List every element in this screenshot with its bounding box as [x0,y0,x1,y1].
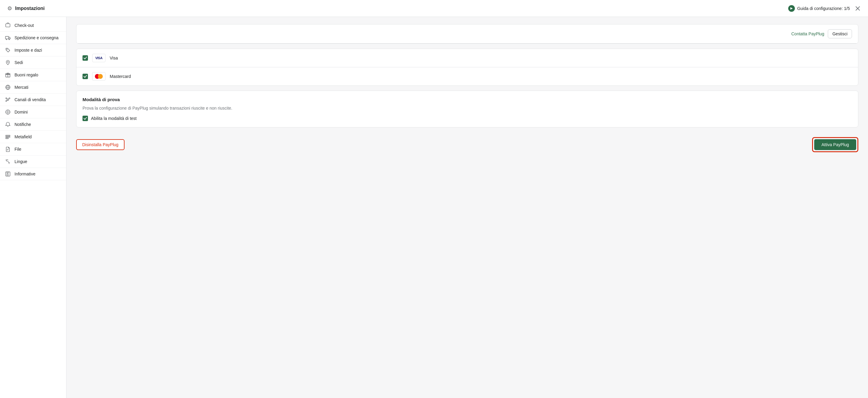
svg-rect-24 [6,135,10,136]
guide-badge[interactable]: Guida di configurazione: 1/5 [788,5,850,12]
uninstall-payplug-button[interactable]: Disinstalla PayPlug [76,139,125,150]
sidebar-item-label: Imposte e dazi [14,48,42,53]
svg-rect-3 [6,24,10,27]
globe-icon [5,84,11,90]
sidebar-item-notifiche[interactable]: Notifiche [0,119,66,131]
shopping-cart-icon [5,22,11,28]
close-button[interactable] [855,5,861,11]
sidebar-item-label: File [14,147,22,152]
action-row: Disinstalla PayPlug Attiva PayPlug [76,132,858,157]
svg-point-8 [7,61,8,63]
truck-icon [5,35,11,41]
mastercard-payment-row: Mastercard [76,67,858,86]
mc-right-circle [98,74,103,79]
test-mode-checkbox[interactable] [83,115,88,121]
activate-payplug-button[interactable]: Attiva PayPlug [814,139,856,150]
file-icon [5,146,11,152]
location-icon [5,60,11,66]
app-header: ⚙ Impostazioni Guida di configurazione: … [0,0,868,17]
svg-line-19 [8,98,9,99]
guide-icon [788,5,795,12]
page-title: Impostazioni [15,6,45,11]
svg-line-18 [7,98,7,99]
language-icon [5,159,11,165]
svg-point-15 [6,98,7,99]
svg-point-5 [6,39,7,40]
sidebar-item-label: Lingue [14,159,27,164]
visa-label: Visa [110,56,118,60]
gift-icon [5,72,11,78]
sidebar-item-label: Canali di vendita [14,97,46,102]
svg-point-7 [7,49,7,50]
sidebar-item-buoni[interactable]: Buoni regalo [0,69,66,81]
sidebar-item-label: Spedizione e consegna [14,35,59,40]
mastercard-checkbox[interactable] [83,74,88,79]
sidebar-item-label: Sedi [14,60,23,65]
sidebar-item-label: Informative [14,171,35,176]
sidebar-item-spedizione[interactable]: Spedizione e consegna [0,32,66,44]
svg-rect-4 [5,37,9,39]
domain-icon [5,109,11,115]
sidebar-item-file[interactable]: File [0,143,66,156]
sidebar-item-label: Buoni regalo [14,72,38,77]
sidebar-item-label: Metafield [14,134,32,139]
sidebar-item-imposte[interactable]: Imposte e dazi [0,44,66,57]
svg-marker-0 [790,7,793,10]
sidebar-item-label: Notifiche [14,122,31,127]
svg-rect-26 [6,138,8,139]
tag-icon [5,47,11,53]
svg-line-20 [7,100,7,101]
svg-rect-25 [6,136,10,137]
test-mode-description: Prova la configurazione di PayPlug simul… [83,105,852,111]
test-mode-title: Modalità di prova [83,97,852,102]
visa-payment-row: VISA Visa [76,49,858,67]
channels-icon [5,97,11,103]
payment-list: VISA Visa Mastercard [76,49,858,86]
manage-button[interactable]: Gestisci [828,29,852,38]
test-section: Modalità di prova Prova la configurazion… [76,91,858,127]
sidebar-item-domini[interactable]: Domini [0,106,66,119]
test-checkbox-row: Abilita la modalità di test [83,115,852,121]
contact-payplug-button[interactable]: Contatta PayPlug [791,31,824,36]
sidebar-item-label: Domini [14,110,28,114]
card-top-row: Contatta PayPlug Gestisci [76,25,858,43]
mastercard-logo [92,72,105,80]
test-mode-card: Modalità di prova Prova la configurazion… [76,91,858,127]
payment-methods-card: VISA Visa Mastercard [76,48,858,86]
main-content: Contatta PayPlug Gestisci VISA Visa [66,17,868,398]
svg-point-6 [9,39,10,40]
sidebar-item-metafield[interactable]: Metafield [0,131,66,143]
sidebar-item-checkout[interactable]: Check-out [0,19,66,32]
bell-icon [5,122,11,127]
visa-checkbox[interactable] [83,55,88,61]
header-left: ⚙ Impostazioni [7,5,45,12]
top-card: Contatta PayPlug Gestisci [76,24,858,44]
svg-point-17 [6,101,7,102]
sidebar-item-lingue[interactable]: Lingue [0,156,66,168]
test-mode-label: Abilita la modalità di test [91,116,136,121]
sidebar: Check-out Spedizione e consegna Imposte … [0,17,66,398]
activate-wrapper: Attiva PayPlug [812,137,858,152]
header-right: Guida di configurazione: 1/5 [788,5,861,12]
sidebar-item-label: Check-out [14,23,34,28]
sidebar-item-mercati[interactable]: Mercati [0,81,66,94]
svg-point-16 [9,98,10,99]
visa-logo: VISA [92,54,105,62]
guide-label: Guida di configurazione: 1/5 [797,6,850,11]
mastercard-label: Mastercard [110,74,131,79]
sidebar-item-label: Mercati [14,85,28,90]
sidebar-item-sedi[interactable]: Sedi [0,57,66,69]
metafield-icon [5,134,11,140]
sidebar-item-canali[interactable]: Canali di vendita [0,94,66,106]
info-icon [5,171,11,177]
settings-icon: ⚙ [7,5,12,12]
layout: Check-out Spedizione e consegna Imposte … [0,17,868,398]
sidebar-item-informative[interactable]: Informative [0,168,66,180]
